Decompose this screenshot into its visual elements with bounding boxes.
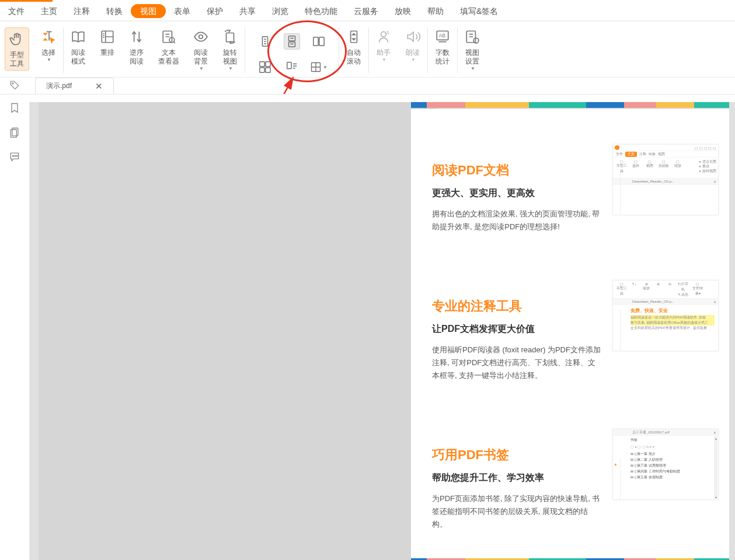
chevron-down-icon: ▼ (382, 57, 386, 62)
read-aloud-label: 朗读 (406, 48, 420, 57)
svg-rect-12 (260, 68, 264, 72)
chevron-down-icon: ▼ (471, 66, 475, 71)
svg-rect-4 (227, 33, 234, 42)
view-settings-button[interactable]: 视图 设置 ▼ (462, 27, 482, 71)
select-icon (41, 27, 56, 46)
svg-rect-11 (266, 62, 270, 66)
svg-point-17 (381, 32, 386, 37)
chevron-down-icon: ▼ (323, 65, 328, 70)
menu-item-1[interactable]: 主页 (33, 2, 65, 20)
text-viewer-label: 文本 查看器 (158, 48, 179, 66)
menu-item-8[interactable]: 浏览 (264, 2, 297, 20)
layout-separate-cover-button[interactable] (285, 61, 298, 74)
rotate-view-label: 旋转 视图 (223, 48, 237, 66)
svg-rect-13 (266, 68, 270, 72)
rotate-icon (222, 27, 238, 46)
svg-point-3 (199, 35, 203, 39)
assistant-button[interactable]: 助手 ▼ (374, 27, 393, 62)
reflow-button[interactable]: 重排 (97, 27, 117, 57)
text-viewer-icon (161, 27, 176, 46)
svg-rect-16 (351, 31, 357, 43)
document-tab[interactable]: 演示.pdf ✕ (35, 78, 114, 94)
read-aloud-button[interactable]: 朗读 ▼ (403, 27, 423, 62)
reverse-icon (129, 27, 144, 46)
word-count-button[interactable]: AB 字数 统计 (433, 27, 452, 66)
svg-rect-14 (287, 62, 291, 69)
menu-item-7[interactable]: 共享 (231, 2, 264, 20)
menu-item-10[interactable]: 云服务 (346, 2, 386, 20)
menu-item-13[interactable]: 填写&签名 (452, 2, 506, 20)
chevron-down-icon: ▼ (411, 57, 416, 62)
chevron-down-icon: ▼ (199, 66, 204, 71)
svg-point-18 (386, 32, 388, 34)
menu-item-9[interactable]: 特色功能 (297, 2, 346, 20)
auto-scroll-icon (346, 27, 361, 46)
book-icon (71, 27, 86, 46)
svg-text:AB: AB (439, 33, 446, 38)
read-bg-button[interactable]: 阅读 背景 ▼ (191, 27, 211, 71)
menu-item-12[interactable]: 帮助 (419, 2, 452, 20)
menu-item-2[interactable]: 注释 (65, 2, 98, 20)
reflow-icon (100, 27, 115, 46)
word-count-label: 字数 统计 (436, 48, 450, 66)
menu-item-5[interactable]: 表单 (166, 2, 198, 20)
select-button[interactable]: 选择 ▼ (39, 27, 58, 62)
hand-icon (9, 30, 25, 48)
layout-split-button[interactable]: ▼ (310, 61, 328, 73)
svg-rect-10 (260, 62, 264, 66)
assistant-label: 助手 (377, 48, 391, 57)
svg-rect-9 (319, 37, 324, 46)
reflow-label: 重排 (100, 48, 114, 57)
word-count-icon: AB (435, 27, 450, 46)
read-bg-label: 阅读 背景 (194, 48, 208, 66)
layout-single-page-button[interactable] (259, 35, 271, 48)
tag-icon[interactable] (9, 80, 20, 90)
layout-continuous-button[interactable] (284, 33, 300, 50)
assistant-icon (376, 27, 391, 46)
ribbon-toolbar: 手型 工具 选择 ▼ 阅读 模式 重排 逆序 阅读 文本 查 (0, 22, 735, 78)
svg-rect-8 (313, 37, 318, 46)
tab-title: 演示.pdf (46, 81, 72, 91)
close-icon[interactable]: ✕ (95, 81, 103, 92)
view-settings-label: 视图 设置 (465, 48, 479, 66)
menu-item-4[interactable]: 视图 (131, 4, 166, 18)
auto-scroll-button[interactable]: 自动 滚动 (344, 27, 364, 66)
svg-point-24 (12, 83, 13, 84)
rotate-view-button[interactable]: 旋转 视图 ▼ (220, 27, 240, 71)
text-viewer-button[interactable]: 文本 查看器 (156, 27, 182, 66)
layout-continuous-facing-button[interactable] (259, 61, 271, 74)
eye-icon (193, 27, 208, 46)
reverse-read-label: 逆序 阅读 (130, 48, 144, 66)
page-layout-group: ▼ (253, 31, 330, 78)
auto-scroll-label: 自动 滚动 (347, 48, 361, 66)
svg-point-22 (473, 38, 479, 43)
reverse-read-button[interactable]: 逆序 阅读 (127, 27, 147, 66)
menu-item-6[interactable]: 保护 (198, 2, 231, 20)
menu-item-3[interactable]: 转换 (98, 2, 131, 20)
layout-facing-button[interactable] (312, 35, 325, 48)
chevron-down-icon: ▼ (47, 57, 51, 62)
read-mode-button[interactable]: 阅读 模式 (68, 27, 88, 66)
view-settings-icon (465, 27, 480, 46)
speaker-icon (405, 27, 420, 46)
read-mode-label: 阅读 模式 (71, 48, 85, 66)
menu-item-11[interactable]: 放映 (386, 2, 419, 20)
hand-tool-label: 手型 工具 (10, 51, 24, 68)
chevron-down-icon: ▼ (228, 66, 233, 71)
menu-item-0[interactable]: 文件 (0, 2, 33, 20)
document-tabbar: 演示.pdf ✕ (0, 78, 735, 94)
hand-tool-button[interactable]: 手型 工具 (5, 27, 29, 71)
main-menu: 文件主页注释转换视图表单保护共享浏览特色功能云服务放映帮助填写&签名 (0, 0, 735, 22)
select-label: 选择 (41, 48, 55, 57)
